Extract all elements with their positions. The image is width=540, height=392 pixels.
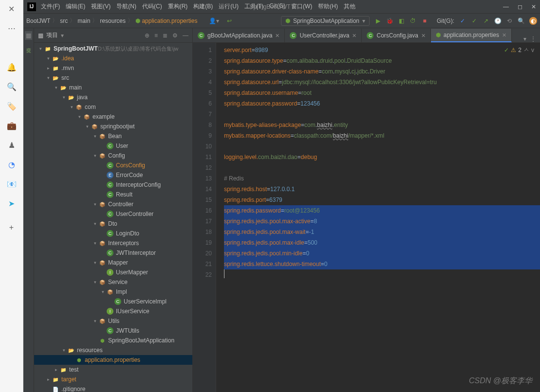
tree-main[interactable]: ▾📂main	[34, 83, 192, 92]
tree-.gitignore[interactable]: 📄.gitignore	[34, 384, 192, 392]
tree-.idea[interactable]: ▾📂.idea	[34, 53, 192, 63]
tree-application.properties[interactable]: ⬢application.properties	[34, 355, 192, 365]
tree-Config[interactable]: ▾📦Config	[34, 151, 192, 160]
menu-窗口(W)[interactable]: 窗口(W)	[288, 2, 315, 11]
tab-close-icon[interactable]: ✕	[352, 33, 356, 39]
run-config-selector[interactable]: ⬢ SpringBootJwtApplication ▾	[281, 16, 370, 26]
minimize-icon[interactable]: —	[503, 3, 509, 10]
telegram-icon[interactable]: ➤	[7, 198, 17, 208]
crumb-BootJWT[interactable]: BootJWT	[26, 18, 50, 24]
tree-UserController[interactable]: CUserController	[34, 209, 192, 219]
back-icon[interactable]: ↩	[227, 18, 232, 24]
tree-CorsConfig[interactable]: CCorsConfig	[34, 160, 192, 170]
select-opened-icon[interactable]: ⊕	[145, 32, 149, 39]
tree-Impl[interactable]: ▾📦Impl	[34, 287, 192, 297]
code-content[interactable]: ✓ ⚠2 ㅅv server.port=8989spring.datasourc…	[216, 43, 540, 392]
add-icon[interactable]: +	[7, 223, 17, 232]
tree-test[interactable]: ▸📁test	[34, 365, 192, 374]
tree-Controller[interactable]: ▾📦Controller	[34, 199, 192, 209]
stop-icon[interactable]: ■	[421, 18, 428, 24]
tree-Service[interactable]: ▾📦Service	[34, 277, 192, 287]
tree-SpringBootJwtApplication[interactable]: ⬢SpringBootJwtApplication	[34, 336, 192, 345]
close-icon[interactable]: ✕	[7, 4, 17, 14]
tree-target[interactable]: ▸📁target	[34, 374, 192, 384]
menu-构建(B)[interactable]: 构建(B)	[190, 2, 216, 11]
tab-dropdown-icon[interactable]: ▾	[523, 36, 526, 42]
menu-编辑(E)[interactable]: 编辑(E)	[63, 2, 88, 11]
tree-User[interactable]: CUser	[34, 141, 192, 151]
tab-close-icon[interactable]: ✕	[502, 32, 506, 38]
tree-.mvn[interactable]: ▸📁.mvn	[34, 63, 192, 73]
run-icon[interactable]: ▶	[374, 18, 381, 24]
inspection-status[interactable]: ✓ ⚠2 ㅅv	[504, 46, 534, 54]
tree-src[interactable]: ▾📂src	[34, 73, 192, 83]
tab-gBootJwtApplication.java[interactable]: CgBootJwtApplication.java✕	[193, 29, 285, 42]
tree-resources[interactable]: ▾📂resources	[34, 345, 192, 355]
close-window-icon[interactable]: ✕	[531, 3, 536, 10]
hide-icon[interactable]: —	[183, 32, 188, 39]
git-push-icon[interactable]: ↗	[483, 18, 489, 24]
tree-Interceptors[interactable]: ▾📦Interceptors	[34, 238, 192, 248]
git-commit-icon[interactable]: ✓	[471, 18, 478, 24]
tab-close-icon[interactable]: ✕	[275, 33, 279, 39]
collapse-all-icon[interactable]: ≣	[163, 32, 168, 39]
tree-UserMapper[interactable]: IUserMapper	[34, 267, 192, 277]
menu-运行(U)[interactable]: 运行(U)	[216, 2, 242, 11]
chess-icon[interactable]: ♟	[7, 140, 17, 150]
tree-springbootjwt[interactable]: ▾📦springbootjwt	[34, 122, 192, 131]
tree-java[interactable]: ▾📂java	[34, 92, 192, 102]
tab-more-icon[interactable]: ⋮	[530, 36, 536, 42]
copilot-icon[interactable]: ◔	[7, 160, 17, 169]
search-everywhere-icon[interactable]: 🔍	[518, 18, 524, 24]
project-tool-icon[interactable]: ▦	[25, 31, 32, 40]
tree-Dto[interactable]: ▾📦Dto	[34, 219, 192, 229]
menu-视图(V)[interactable]: 视图(V)	[88, 2, 113, 11]
menu-重构(R)[interactable]: 重构(R)	[165, 2, 191, 11]
history-icon[interactable]: 🕐	[494, 18, 501, 24]
tree-LoginDto[interactable]: CLoginDto	[34, 229, 192, 238]
bell-icon[interactable]: 🔔	[7, 62, 17, 72]
more-icon[interactable]: ⋯	[7, 23, 17, 33]
tree-Result[interactable]: CResult	[34, 190, 192, 199]
tree-Utils[interactable]: ▾📦Utils	[34, 316, 192, 326]
tree-ErrorCode[interactable]: EErrorCode	[34, 170, 192, 180]
git-update-icon[interactable]: ✓	[459, 18, 466, 24]
crumb-application.properties[interactable]: ⬢ application.properties	[135, 18, 197, 24]
search-icon[interactable]: 🔍	[7, 82, 17, 91]
briefcase-icon[interactable]: 💼	[7, 121, 17, 130]
expand-all-icon[interactable]: ≡	[154, 32, 158, 39]
menu-代码(C)[interactable]: 代码(C)	[139, 2, 165, 11]
tree-Bean[interactable]: ▾📦Bean	[34, 131, 192, 141]
tag-icon[interactable]: 🏷️	[7, 101, 17, 111]
menu-其他[interactable]: 其他	[341, 2, 358, 11]
coverage-icon[interactable]: ◧	[398, 18, 405, 24]
user-icon[interactable]: 👤▾	[209, 18, 219, 24]
tree-example[interactable]: ▾📦example	[34, 112, 192, 122]
menu-帮助(H)[interactable]: 帮助(H)	[315, 2, 341, 11]
tree-InterceptorConfig[interactable]: CInterceptorConfig	[34, 180, 192, 190]
menu-导航(N)[interactable]: 导航(N)	[113, 2, 139, 11]
maximize-icon[interactable]: ◻	[518, 3, 522, 10]
tree-JWTInterceptor[interactable]: CJWTInterceptor	[34, 248, 192, 258]
tab-UserController.java[interactable]: CUserController.java✕	[285, 29, 362, 42]
tab-CorsConfig.java[interactable]: CCorsConfig.java✕	[362, 29, 430, 42]
profile-icon[interactable]: ⏱	[410, 18, 416, 24]
tab-close-icon[interactable]: ✕	[421, 33, 426, 39]
crumb-main[interactable]: main	[77, 18, 90, 24]
tree-com[interactable]: ▾📦com	[34, 102, 192, 112]
ai-icon[interactable]: ◐	[529, 17, 537, 25]
settings-icon[interactable]: ⚙	[172, 32, 178, 39]
crumb-resources[interactable]: resources	[100, 18, 126, 24]
tree-Mapper[interactable]: ▾📦Mapper	[34, 258, 192, 267]
menu-文件(F)[interactable]: 文件(F)	[38, 2, 63, 11]
tree-UserServiceImpl[interactable]: CUserServiceImpl	[34, 297, 192, 306]
tab-application.properties[interactable]: ⬢application.properties✕	[431, 29, 512, 42]
crumb-src[interactable]: src	[60, 18, 68, 24]
project-tree[interactable]: ▾📁SpringBootJWT D:\系统默认\桌面\博客代码合集\jw▾📂.i…	[34, 43, 192, 392]
tree-JWTUtils[interactable]: CJWTUtils	[34, 326, 192, 336]
tree-IUserService[interactable]: IIUserService	[34, 306, 192, 316]
revert-icon[interactable]: ⟲	[506, 18, 513, 24]
debug-icon[interactable]: 🐞	[386, 18, 393, 24]
outlook-icon[interactable]: 📧	[7, 179, 17, 189]
tree-root[interactable]: ▾📁SpringBootJWT D:\系统默认\桌面\博客代码合集\jw	[34, 44, 192, 53]
